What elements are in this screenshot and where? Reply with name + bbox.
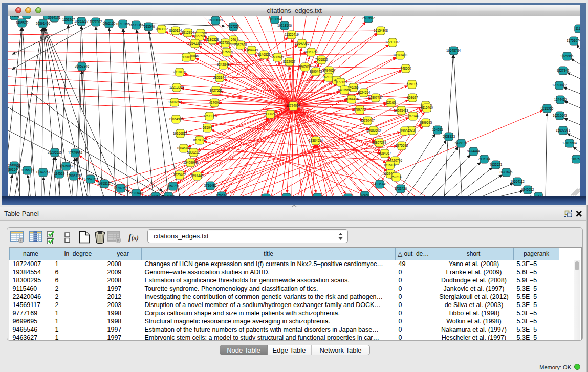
svg-text:7663822: 7663822 bbox=[156, 27, 168, 31]
svg-text:8790345: 8790345 bbox=[162, 194, 175, 196]
svg-text:15409948: 15409948 bbox=[183, 161, 198, 164]
svg-text:252214: 252214 bbox=[390, 175, 402, 179]
svg-text:18807249: 18807249 bbox=[372, 141, 387, 144]
svg-text:10025433: 10025433 bbox=[394, 108, 409, 112]
svg-text:1615132: 1615132 bbox=[384, 163, 397, 167]
svg-text:9115460: 9115460 bbox=[421, 106, 433, 110]
svg-text:3084067: 3084067 bbox=[379, 151, 391, 155]
svg-text:15692971: 15692971 bbox=[556, 128, 571, 132]
svg-text:1112: 1112 bbox=[575, 27, 580, 30]
svg-text:19218506: 19218506 bbox=[277, 24, 292, 27]
svg-text:7955812: 7955812 bbox=[315, 58, 328, 61]
svg-text:19654985: 19654985 bbox=[169, 117, 184, 121]
svg-text:8427552: 8427552 bbox=[210, 89, 223, 92]
svg-text:1733426: 1733426 bbox=[395, 187, 407, 190]
svg-text:7386322: 7386322 bbox=[354, 108, 366, 112]
svg-text:2867608: 2867608 bbox=[234, 43, 247, 47]
svg-text:417006: 417006 bbox=[209, 101, 220, 104]
svg-text:8660124: 8660124 bbox=[169, 29, 182, 32]
svg-text:23: 23 bbox=[285, 195, 289, 196]
svg-text:653627: 653627 bbox=[407, 96, 418, 99]
svg-text:957944: 957944 bbox=[407, 114, 419, 118]
svg-text:10046788: 10046788 bbox=[177, 146, 191, 150]
svg-text:17016504: 17016504 bbox=[562, 141, 577, 145]
svg-text:10807487: 10807487 bbox=[368, 96, 383, 99]
svg-text:1975692: 1975692 bbox=[396, 144, 408, 147]
svg-text:19384554: 19384554 bbox=[309, 139, 323, 142]
svg-text:12213369: 12213369 bbox=[169, 85, 184, 89]
svg-text:14136141: 14136141 bbox=[373, 182, 387, 186]
svg-text:876014: 876014 bbox=[216, 194, 227, 196]
svg-text:12323446: 12323446 bbox=[129, 191, 144, 195]
svg-text:1115682: 1115682 bbox=[21, 168, 33, 172]
svg-text:16154808: 16154808 bbox=[374, 29, 388, 32]
svg-text:16033809: 16033809 bbox=[208, 18, 223, 22]
svg-text:20891406: 20891406 bbox=[36, 21, 51, 25]
svg-text:10719155: 10719155 bbox=[116, 22, 130, 26]
svg-text:62160: 62160 bbox=[386, 101, 396, 104]
svg-text:7357224: 7357224 bbox=[227, 25, 240, 28]
svg-text:9227342: 9227342 bbox=[557, 69, 570, 72]
svg-text:8322037: 8322037 bbox=[283, 60, 296, 63]
svg-text:9242848: 9242848 bbox=[217, 63, 230, 67]
svg-text:6466160: 6466160 bbox=[103, 21, 116, 25]
svg-text:10653287: 10653287 bbox=[74, 19, 89, 23]
svg-text:1527602: 1527602 bbox=[90, 20, 102, 24]
svg-text:1591446: 1591446 bbox=[191, 174, 204, 178]
svg-text:10973493: 10973493 bbox=[393, 53, 408, 57]
svg-text:15720407: 15720407 bbox=[360, 119, 375, 122]
svg-text:1653267: 1653267 bbox=[62, 18, 75, 21]
svg-text:947: 947 bbox=[536, 194, 541, 196]
svg-text:10958107: 10958107 bbox=[97, 182, 112, 185]
svg-text:20364436: 20364436 bbox=[344, 97, 359, 101]
svg-text:18640910: 18640910 bbox=[295, 41, 310, 45]
svg-text:98901: 98901 bbox=[182, 55, 191, 59]
svg-text:3267130: 3267130 bbox=[203, 114, 216, 118]
svg-text:2803144: 2803144 bbox=[213, 76, 226, 79]
svg-text:9899695: 9899695 bbox=[420, 121, 432, 124]
svg-text:17359934: 17359934 bbox=[68, 151, 83, 155]
svg-text:164095: 164095 bbox=[432, 128, 443, 132]
svg-text:114519: 114519 bbox=[54, 172, 65, 176]
svg-text:18724007: 18724007 bbox=[286, 104, 301, 107]
svg-text:17957253: 17957253 bbox=[83, 177, 98, 181]
svg-text:9329966: 9329966 bbox=[561, 54, 574, 58]
svg-text:9777169: 9777169 bbox=[335, 80, 347, 84]
svg-text:10654112: 10654112 bbox=[510, 180, 525, 183]
svg-text:11325419: 11325419 bbox=[285, 33, 299, 36]
svg-text:2718126: 2718126 bbox=[173, 70, 186, 74]
svg-text:748500: 748500 bbox=[400, 67, 411, 70]
svg-text:10961758: 10961758 bbox=[304, 50, 319, 54]
svg-text:6497568: 6497568 bbox=[338, 88, 351, 92]
svg-text:546: 546 bbox=[231, 38, 236, 41]
svg-text:16210643: 16210643 bbox=[553, 114, 568, 117]
svg-text:1610755: 1610755 bbox=[168, 100, 181, 104]
svg-text:116753: 116753 bbox=[571, 157, 580, 161]
svg-text:2935114: 2935114 bbox=[478, 157, 491, 161]
svg-text:9827508: 9827508 bbox=[193, 34, 206, 38]
svg-text:3875685: 3875685 bbox=[221, 50, 233, 54]
svg-text:19166827: 19166827 bbox=[173, 132, 188, 135]
svg-text:8186328: 8186328 bbox=[206, 38, 219, 41]
svg-text:9857791: 9857791 bbox=[167, 184, 180, 188]
svg-text:30975857: 30975857 bbox=[59, 164, 74, 168]
svg-text:20206535: 20206535 bbox=[48, 150, 62, 154]
svg-text:8813054: 8813054 bbox=[269, 17, 281, 21]
svg-text:1562615: 1562615 bbox=[299, 65, 312, 69]
svg-text:12505135: 12505135 bbox=[67, 174, 81, 178]
svg-text:10543392: 10543392 bbox=[188, 41, 203, 45]
svg-text:1588520: 1588520 bbox=[271, 55, 284, 59]
svg-text:15751074: 15751074 bbox=[567, 39, 580, 42]
svg-text:8471626: 8471626 bbox=[500, 170, 513, 174]
svg-text:8990443: 8990443 bbox=[310, 70, 322, 73]
svg-text:12213967: 12213967 bbox=[385, 40, 400, 44]
svg-text:90551: 90551 bbox=[10, 16, 19, 17]
svg-text:575115: 575115 bbox=[407, 82, 418, 86]
svg-text:87: 87 bbox=[315, 195, 319, 196]
svg-text:16671355: 16671355 bbox=[129, 23, 144, 27]
svg-text:1405572: 1405572 bbox=[16, 21, 29, 25]
svg-text:9146821: 9146821 bbox=[258, 53, 271, 56]
svg-text:8454749: 8454749 bbox=[246, 48, 258, 52]
svg-text:16648784: 16648784 bbox=[446, 49, 461, 52]
svg-text:7515546: 7515546 bbox=[142, 25, 155, 28]
